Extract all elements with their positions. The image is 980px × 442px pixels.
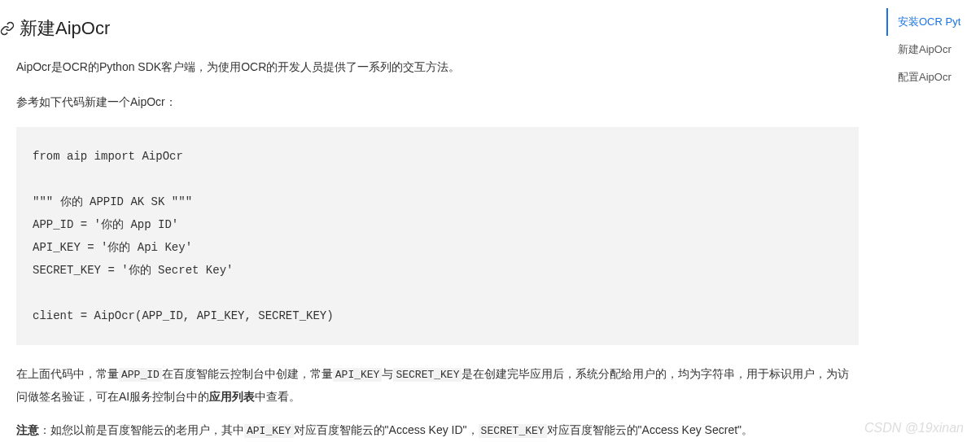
text: 与	[382, 367, 393, 380]
intro-paragraph: AipOcr是OCR的Python SDK客户端，为使用OCR的开发人员提供了一…	[16, 57, 859, 77]
text: 中查看。	[255, 390, 300, 403]
bold-app-list: 应用列表	[209, 390, 255, 403]
reference-paragraph: 参考如下代码新建一个AipOcr：	[16, 92, 859, 112]
text: 对应百度智能云的"Access Key Secret"。	[547, 423, 753, 436]
sidebar-item-label: 配置AipOcr	[898, 71, 952, 83]
sidebar-item-label: 新建AipOcr	[898, 43, 952, 55]
inline-code-secretkey: SECRET_KEY	[393, 368, 462, 382]
inline-code-apikey2: API_KEY	[244, 424, 294, 438]
sidebar-item-new-aipocr[interactable]: 新建AipOcr	[886, 36, 980, 63]
text: ：如您以前是百度智能云的老用户，其中	[39, 423, 244, 436]
section-title: 新建AipOcr	[20, 16, 110, 41]
inline-code-secretkey2: SECRET_KEY	[479, 424, 547, 438]
section-header: 新建AipOcr	[0, 16, 859, 41]
text: 对应百度智能云的"Access Key ID"，	[294, 423, 479, 436]
inline-code-apikey: API_KEY	[333, 368, 383, 382]
sidebar-nav: 安装OCR Pyt 新建AipOcr 配置AipOcr	[886, 8, 980, 91]
inline-code-appid: APP_ID	[119, 368, 162, 382]
sidebar-item-config-aipocr[interactable]: 配置AipOcr	[886, 63, 980, 91]
sidebar-item-label: 安装OCR Pyt	[898, 15, 960, 28]
code-block: from aip import AipOcr """ 你的 APPID AK S…	[16, 127, 859, 345]
text: 在上面代码中，常量	[16, 367, 119, 380]
link-icon	[0, 21, 15, 36]
note-paragraph: 注意：如您以前是百度智能云的老用户，其中API_KEY对应百度智能云的"Acce…	[16, 419, 859, 442]
description-paragraph: 在上面代码中，常量APP_ID在百度智能云控制台中创建，常量API_KEY与SE…	[16, 363, 859, 407]
main-content: 新建AipOcr AipOcr是OCR的Python SDK客户端，为使用OCR…	[0, 0, 875, 442]
note-label: 注意	[16, 423, 39, 436]
text: 在百度智能云控制台中创建，常量	[162, 367, 333, 380]
watermark: CSDN @19xinan	[864, 421, 964, 435]
sidebar-item-install[interactable]: 安装OCR Pyt	[886, 8, 980, 36]
